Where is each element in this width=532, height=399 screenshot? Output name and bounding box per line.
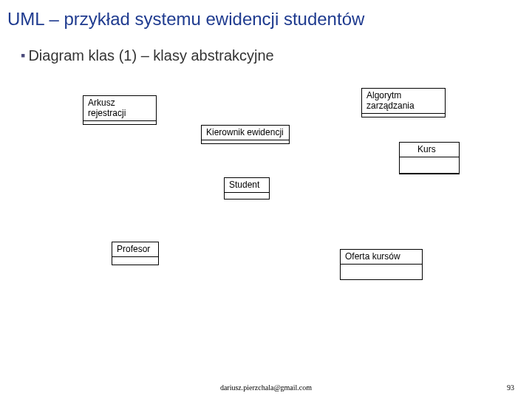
class-name: Kurs bbox=[400, 143, 459, 157]
class-oferta: Oferta kursów bbox=[340, 249, 423, 280]
class-name: Algorytm zarządzania bbox=[362, 89, 445, 114]
class-name: Student bbox=[225, 178, 269, 193]
page-title: UML – przykład systemu ewidencji student… bbox=[0, 0, 532, 34]
subtitle: Diagram klas (1) – klasy abstrakcyjne bbox=[28, 47, 273, 64]
class-ops bbox=[362, 114, 445, 117]
class-attrs bbox=[400, 157, 459, 174]
diagram-canvas: Arkusz rejestracji Algorytm zarządzania … bbox=[0, 64, 532, 360]
class-kurs: Kurs bbox=[399, 142, 460, 174]
class-attrs bbox=[112, 257, 158, 265]
class-attrs bbox=[225, 193, 269, 199]
class-algorytm: Algorytm zarządzania bbox=[361, 88, 446, 117]
class-name: Profesor bbox=[112, 242, 158, 257]
class-ops bbox=[202, 140, 289, 143]
bullet-icon: ▪ bbox=[21, 48, 25, 64]
page-number: 93 bbox=[507, 383, 514, 392]
class-name: Oferta kursów bbox=[341, 250, 422, 265]
subtitle-row: ▪ Diagram klas (1) – klasy abstrakcyjne bbox=[0, 34, 532, 64]
class-kierownik: Kierownik ewidencji bbox=[201, 125, 290, 144]
footer-email: dariusz.pierzchala@gmail.com bbox=[220, 383, 312, 392]
class-student: Student bbox=[224, 177, 270, 200]
class-arkusz: Arkusz rejestracji bbox=[83, 95, 157, 125]
class-ops bbox=[83, 121, 156, 124]
class-name: Arkusz rejestracji bbox=[83, 96, 156, 121]
class-profesor: Profesor bbox=[112, 242, 159, 265]
class-name: Kierownik ewidencji bbox=[202, 126, 289, 140]
class-attrs bbox=[341, 265, 422, 279]
